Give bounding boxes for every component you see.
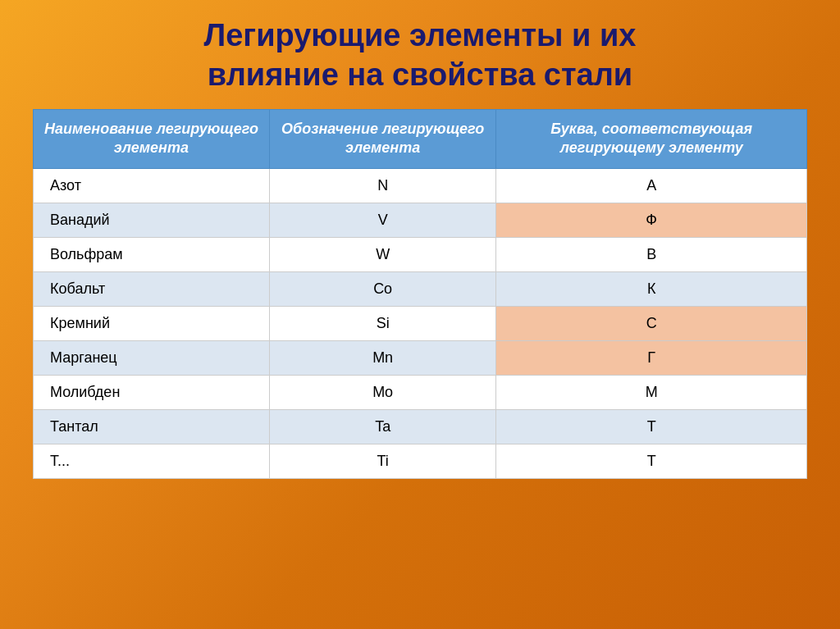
cell-element-letter: С — [496, 306, 807, 340]
cell-element-letter: Т — [496, 444, 807, 478]
cell-element-name: Вольфрам — [34, 237, 270, 271]
cell-element-letter: Г — [496, 340, 807, 375]
cell-element-letter: А — [496, 168, 807, 203]
cell-element-letter: В — [496, 237, 807, 271]
cell-element-name: Марганец — [34, 340, 270, 375]
cell-element-name: Т... — [34, 444, 270, 478]
table-row: ТанталTaТ — [34, 409, 807, 444]
elements-table: Наименование легирующего элемента Обозна… — [33, 109, 807, 479]
cell-element-name: Тантал — [34, 409, 270, 444]
cell-element-symbol: Mn — [269, 340, 496, 375]
cell-element-letter: Ф — [496, 203, 807, 237]
cell-element-symbol: N — [269, 168, 496, 203]
cell-element-name: Ванадий — [34, 203, 270, 237]
cell-element-letter: Т — [496, 409, 807, 444]
col-header-letter: Буква, соответствующая легирующему элеме… — [496, 110, 807, 169]
page-title: Легирующие элементы и их влияние на свой… — [204, 16, 637, 94]
col-header-name: Наименование легирующего элемента — [34, 110, 270, 169]
cell-element-name: Азот — [34, 168, 270, 203]
col-header-symbol: Обозначение легирующего элемента — [269, 110, 496, 169]
cell-element-symbol: Mo — [269, 375, 496, 409]
table-row: МолибденMoМ — [34, 375, 807, 409]
cell-element-symbol: Ta — [269, 409, 496, 444]
table-row: МарганецMnГ — [34, 340, 807, 375]
cell-element-symbol: Co — [269, 271, 496, 306]
cell-element-name: Кремний — [34, 306, 270, 340]
cell-element-symbol: W — [269, 237, 496, 271]
table-row: АзотNА — [34, 168, 807, 203]
table-row: Т...TiТ — [34, 444, 807, 478]
cell-element-letter: К — [496, 271, 807, 306]
cell-element-name: Кобальт — [34, 271, 270, 306]
cell-element-symbol: Si — [269, 306, 496, 340]
cell-element-symbol: V — [269, 203, 496, 237]
table-row: КремнийSiС — [34, 306, 807, 340]
table-row: ВанадийVФ — [34, 203, 807, 237]
cell-element-name: Молибден — [34, 375, 270, 409]
table-row: КобальтCoК — [34, 271, 807, 306]
table-row: ВольфрамWВ — [34, 237, 807, 271]
cell-element-letter: М — [496, 375, 807, 409]
cell-element-symbol: Ti — [269, 444, 496, 478]
